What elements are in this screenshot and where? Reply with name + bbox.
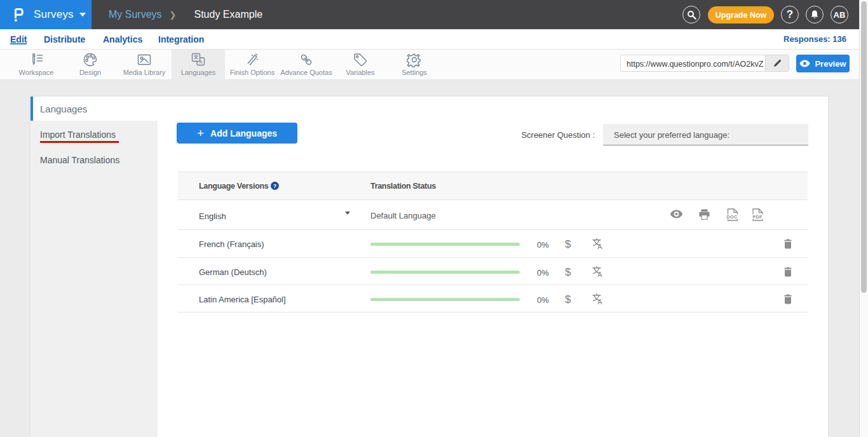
svg-text:A: A [598, 298, 602, 306]
svg-text:?: ? [273, 183, 277, 189]
svg-text:DOC: DOC [727, 215, 738, 219]
svg-text:A: A [598, 271, 602, 278]
svg-text:A: A [598, 243, 602, 250]
svg-text:A: A [199, 59, 202, 65]
svg-text:PDF: PDF [752, 215, 763, 219]
